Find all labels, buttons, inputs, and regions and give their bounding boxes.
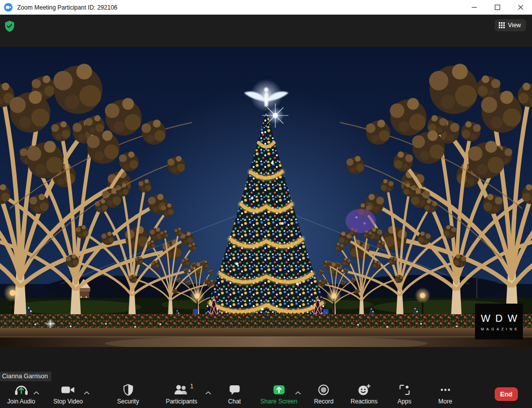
video-frame: WDW MAGAZINE xyxy=(0,47,532,347)
share-screen-button[interactable]: Share Screen xyxy=(260,384,297,405)
apps-icon xyxy=(398,384,410,396)
more-label: More xyxy=(438,398,452,405)
apps-button[interactable]: Apps xyxy=(397,384,411,405)
join-audio-label: Join Audio xyxy=(7,398,35,405)
record-label: Record xyxy=(314,398,334,405)
participants-icon: 1 xyxy=(174,384,189,396)
reactions-smiley-icon xyxy=(358,384,371,396)
sparkle-light xyxy=(46,319,55,328)
meeting-info-shield-button[interactable] xyxy=(4,20,15,32)
end-meeting-label: End xyxy=(500,390,513,398)
stop-video-button[interactable]: Stop Video xyxy=(53,384,83,405)
share-screen-icon xyxy=(272,384,285,396)
view-button-label: View xyxy=(508,22,521,29)
join-audio-button[interactable]: Join Audio xyxy=(7,384,35,405)
chat-label: Chat xyxy=(228,398,241,405)
video-camera-icon xyxy=(61,384,75,396)
meeting-top-bar: View xyxy=(0,15,532,47)
participants-count: 1 xyxy=(190,383,194,390)
chevron-up-icon xyxy=(295,391,301,395)
reactions-button[interactable]: Reactions xyxy=(350,384,377,405)
minimize-button[interactable] xyxy=(462,0,486,15)
share-screen-label: Share Screen xyxy=(260,398,297,405)
minimize-icon xyxy=(471,5,477,10)
window-title: Zoom Meeting Participant ID: 292106 xyxy=(17,4,117,11)
reactions-label: Reactions xyxy=(350,398,377,405)
chevron-up-icon xyxy=(33,391,39,395)
close-icon xyxy=(518,5,523,10)
chevron-up-icon xyxy=(84,391,90,395)
grid-view-icon xyxy=(499,22,505,28)
window-controls xyxy=(462,0,532,15)
wdw-magazine-watermark: WDW MAGAZINE xyxy=(475,304,523,339)
security-half-shield-icon xyxy=(123,384,134,396)
maximize-icon xyxy=(495,5,500,10)
join-audio-icon xyxy=(14,384,29,396)
watermark-subtitle: MAGAZINE xyxy=(479,327,520,331)
christmas-scene xyxy=(0,47,532,347)
chat-bubble-icon xyxy=(228,384,241,396)
window-title-bar: Zoom Meeting Participant ID: 292106 xyxy=(0,0,532,15)
record-button[interactable]: Record xyxy=(314,384,334,405)
share-options-chevron[interactable] xyxy=(295,388,301,392)
end-meeting-button[interactable]: End xyxy=(495,387,518,401)
meeting-bottom-panel: Cianna Garrison Join Audio xyxy=(0,347,532,408)
participant-name-label: Cianna Garrison xyxy=(0,372,51,381)
security-button[interactable]: Security xyxy=(117,384,139,405)
maximize-button[interactable] xyxy=(486,0,509,15)
participants-button[interactable]: 1 Participants xyxy=(166,384,198,405)
view-button[interactable]: View xyxy=(495,19,526,31)
record-icon xyxy=(318,384,330,396)
purple-lit-tree xyxy=(345,209,376,233)
chat-button[interactable]: Chat xyxy=(228,384,241,405)
zoom-app-icon xyxy=(4,3,13,12)
more-button[interactable]: More xyxy=(438,384,452,405)
video-options-chevron[interactable] xyxy=(84,388,90,392)
watermark-title: WDW xyxy=(476,313,522,324)
close-button[interactable] xyxy=(509,0,532,15)
participants-options-chevron[interactable] xyxy=(205,388,211,392)
meeting-window: View xyxy=(0,15,532,408)
more-ellipsis-icon xyxy=(439,384,451,396)
chevron-up-icon xyxy=(205,391,211,395)
stop-video-label: Stop Video xyxy=(53,398,83,405)
flower-bed xyxy=(0,314,532,329)
security-label: Security xyxy=(117,398,139,405)
apps-label: Apps xyxy=(397,398,411,405)
participants-label: Participants xyxy=(166,398,198,405)
join-audio-options-chevron[interactable] xyxy=(33,388,39,392)
